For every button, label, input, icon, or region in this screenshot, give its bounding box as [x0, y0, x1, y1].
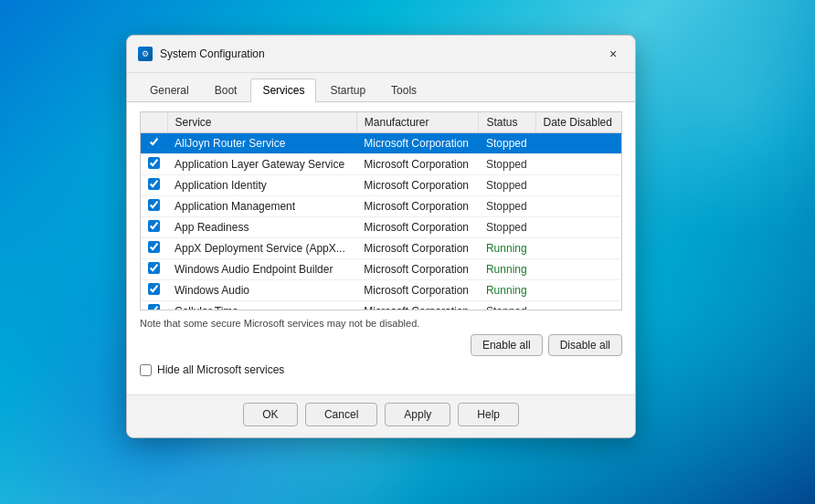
service-checkbox[interactable] — [148, 262, 160, 274]
hide-microsoft-checkbox[interactable] — [140, 364, 152, 376]
help-button[interactable]: Help — [458, 403, 519, 426]
note-text: Note that some secure Microsoft services… — [140, 318, 622, 329]
service-manufacturer: Microsoft Corporation — [356, 133, 479, 154]
table-row[interactable]: Windows Audio Endpoint BuilderMicrosoft … — [141, 259, 621, 280]
enable-disable-row: Enable all Disable all — [140, 334, 622, 356]
service-status: Stopped — [479, 154, 535, 175]
service-name: App Readiness — [167, 217, 356, 238]
ok-button[interactable]: OK — [243, 403, 298, 426]
col-status: Status — [479, 112, 535, 133]
service-date-disabled — [535, 154, 621, 175]
service-manufacturer: Microsoft Corporation — [356, 196, 479, 217]
close-button[interactable]: × — [602, 43, 624, 65]
service-status: Running — [479, 280, 535, 301]
tab-startup[interactable]: Startup — [318, 79, 377, 101]
table-row[interactable]: AppX Deployment Service (AppX...Microsof… — [141, 238, 621, 259]
enable-all-button[interactable]: Enable all — [471, 334, 543, 356]
table-row[interactable]: App ReadinessMicrosoft CorporationStoppe… — [141, 217, 621, 238]
service-name: Cellular Time — [167, 301, 356, 311]
service-date-disabled — [535, 259, 621, 280]
bottom-button-bar: OK Cancel Apply Help — [127, 394, 635, 437]
service-manufacturer: Microsoft Corporation — [356, 175, 479, 196]
tab-services[interactable]: Services — [250, 79, 316, 102]
service-date-disabled — [535, 133, 621, 154]
table-row[interactable]: Application Layer Gateway ServiceMicroso… — [141, 154, 621, 175]
service-name: Application Identity — [167, 175, 356, 196]
service-manufacturer: Microsoft Corporation — [356, 154, 479, 175]
service-manufacturer: Microsoft Corporation — [356, 280, 479, 301]
service-checkbox[interactable] — [148, 178, 160, 190]
tab-boot[interactable]: Boot — [203, 79, 249, 101]
service-date-disabled — [535, 280, 621, 301]
service-manufacturer: Microsoft Corporation — [356, 259, 479, 280]
service-date-disabled — [535, 175, 621, 196]
service-status: Stopped — [479, 196, 535, 217]
service-date-disabled — [535, 301, 621, 311]
service-checkbox[interactable] — [148, 283, 160, 295]
service-name: Application Management — [167, 196, 356, 217]
table-row[interactable]: Windows AudioMicrosoft CorporationRunnin… — [141, 280, 621, 301]
service-manufacturer: Microsoft Corporation — [356, 301, 479, 311]
service-checkbox[interactable] — [148, 136, 160, 148]
hide-microsoft-label: Hide all Microsoft services — [157, 363, 284, 376]
service-name: Application Layer Gateway Service — [167, 154, 356, 175]
col-date-disabled: Date Disabled — [535, 112, 621, 133]
services-table: Service Manufacturer Status Date Disable… — [141, 112, 621, 310]
service-name: AppX Deployment Service (AppX... — [167, 238, 356, 259]
service-date-disabled — [535, 217, 621, 238]
title-bar: ⚙ System Configuration × — [127, 36, 635, 73]
tab-general[interactable]: General — [138, 79, 201, 101]
service-status: Stopped — [479, 301, 535, 311]
service-date-disabled — [535, 238, 621, 259]
col-manufacturer: Manufacturer — [356, 112, 479, 133]
table-row[interactable]: AllJoyn Router ServiceMicrosoft Corporat… — [141, 133, 621, 154]
service-name: AllJoyn Router Service — [167, 133, 356, 154]
service-manufacturer: Microsoft Corporation — [356, 238, 479, 259]
tab-bar: General Boot Services Startup Tools — [127, 73, 635, 102]
disable-all-button[interactable]: Disable all — [548, 334, 622, 356]
service-checkbox[interactable] — [148, 157, 160, 169]
service-checkbox[interactable] — [148, 241, 160, 253]
service-status: Stopped — [479, 175, 535, 196]
service-status: Stopped — [479, 217, 535, 238]
service-checkbox[interactable] — [148, 304, 160, 310]
table-row[interactable]: Cellular TimeMicrosoft CorporationStoppe… — [141, 301, 621, 311]
service-checkbox[interactable] — [148, 199, 160, 211]
service-date-disabled — [535, 196, 621, 217]
service-manufacturer: Microsoft Corporation — [356, 217, 479, 238]
table-row[interactable]: Application IdentityMicrosoft Corporatio… — [141, 175, 621, 196]
service-name: Windows Audio Endpoint Builder — [167, 259, 356, 280]
col-checkbox — [141, 112, 167, 133]
service-status: Stopped — [479, 133, 535, 154]
service-status: Running — [479, 259, 535, 280]
system-configuration-dialog: ⚙ System Configuration × General Boot Se… — [126, 35, 636, 438]
window-title: System Configuration — [160, 47, 602, 60]
col-service: Service — [167, 112, 356, 133]
apply-button[interactable]: Apply — [385, 403, 450, 426]
service-name: Windows Audio — [167, 280, 356, 301]
app-icon: ⚙ — [138, 47, 153, 61]
service-checkbox[interactable] — [148, 220, 160, 232]
table-row[interactable]: Application ManagementMicrosoft Corporat… — [141, 196, 621, 217]
service-status: Running — [479, 238, 535, 259]
cancel-button[interactable]: Cancel — [305, 403, 377, 426]
services-content: Service Manufacturer Status Date Disable… — [127, 102, 635, 394]
hide-microsoft-row: Hide all Microsoft services — [140, 363, 622, 376]
services-table-container[interactable]: Service Manufacturer Status Date Disable… — [140, 111, 622, 310]
tab-tools[interactable]: Tools — [379, 79, 429, 101]
